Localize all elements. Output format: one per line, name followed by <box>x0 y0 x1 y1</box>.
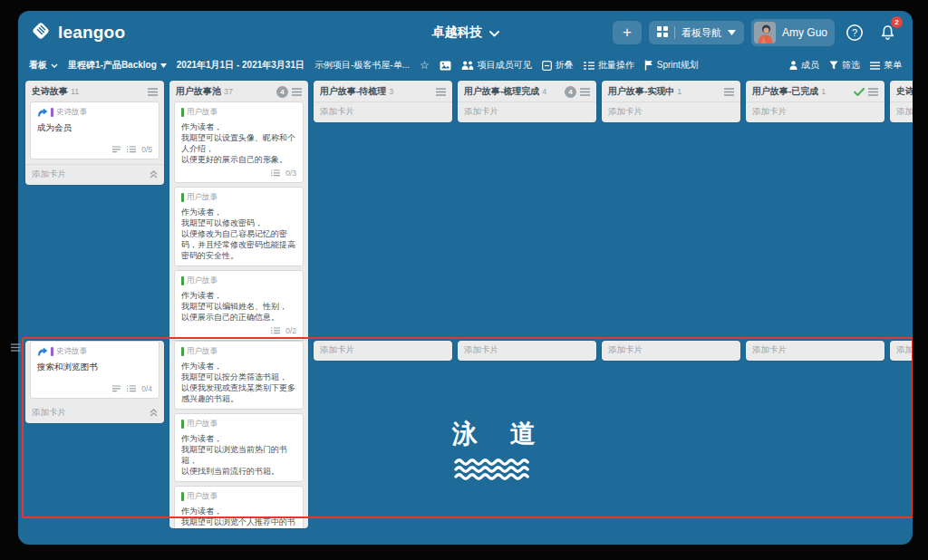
card-tag-label: 用户故事 <box>187 491 218 502</box>
backlog-lane: 史诗故事11史诗故事成为会员0/5添加卡片用户故事池374用户故事作为读者， 我… <box>25 81 913 366</box>
column-header[interactable]: 用户故事池374 <box>169 81 308 101</box>
help-button[interactable]: ? <box>842 21 867 44</box>
collapse-column-icon[interactable] <box>150 409 158 417</box>
column-title: 用户故事-待梳理 <box>320 85 386 98</box>
column-header[interactable]: 史诗故事11 <box>25 81 164 101</box>
add-card-button[interactable]: 添加卡片 <box>602 341 740 361</box>
kanban-card[interactable]: 用户故事作为读者， 我期望可以浏览当前热门的书籍， 以便找到当前流行的书籍。 <box>174 413 304 482</box>
card-tag-row: 用户故事 <box>181 346 296 357</box>
add-card-label: 添加卡片 <box>608 344 643 356</box>
topbar-actions: + 看板导航 <box>613 19 900 46</box>
kanban-card[interactable]: 用户故事作为读者， 我期望可以浏览个人推荐中的书籍， 以便找到适合我阅读的书籍。 <box>174 486 304 528</box>
flag-icon <box>644 60 653 71</box>
add-card-label: 添加卡片 <box>896 344 913 356</box>
card-description-icon <box>112 146 121 153</box>
swimlane-column: 添加卡片 <box>602 341 740 361</box>
card-list: 史诗故事搜索和浏览图书0/4 <box>25 341 164 403</box>
add-card-label: 添加卡片 <box>464 344 498 356</box>
column-header[interactable]: 用户故事-梳理完成44 <box>458 81 596 101</box>
card-title: 搜索和浏览图书 <box>37 362 152 373</box>
card-text: 作为读者， 我期望可以修改密码， 以便修改为自己容易记忆的密码，并且经常修改密码… <box>181 207 296 261</box>
column-menu-icon[interactable] <box>148 88 158 96</box>
question-icon: ? <box>846 24 864 42</box>
column-header[interactable]: 史诗故事 <box>890 81 913 101</box>
members-button[interactable]: 成员 <box>789 59 819 72</box>
user-menu-button[interactable]: Amy Guo <box>751 19 835 46</box>
card-tag-bar <box>181 420 184 429</box>
board-column: 用户故事-待梳理3添加卡片 <box>314 81 452 122</box>
column-wip-badge: 4 <box>565 86 576 98</box>
add-card-button[interactable]: 添加卡片 <box>746 101 884 122</box>
column-header-icons <box>436 88 446 96</box>
card-tag-bar <box>181 108 184 117</box>
app-window: leangoo 卓越科技 + <box>18 11 913 545</box>
add-card-label: 添加卡片 <box>752 344 787 356</box>
board-navigation-button[interactable]: 看板导航 <box>649 21 744 44</box>
kanban-card[interactable]: 用户故事作为读者， 我期望可以编辑姓名、性别， 以便展示自己的正确信息。0/2 <box>174 270 304 341</box>
column-header[interactable]: 用户故事-待梳理3 <box>314 81 452 101</box>
add-card-button[interactable]: 添加卡片 <box>25 164 164 185</box>
chevron-down-icon <box>51 63 58 68</box>
add-card-button[interactable]: 添加卡片 <box>458 101 596 122</box>
card-checklist-count: 0/4 <box>141 384 152 393</box>
board-toolbar: 看板 里程碑1-产品Backlog 2021年1月1日 - 2021年3月31日… <box>18 54 913 78</box>
favorite-star-icon[interactable]: ☆ <box>420 60 430 71</box>
card-list: 用户故事作为读者， 我期望可以设置头像、昵称和个人介绍， 以便更好的展示自己的形… <box>169 101 308 345</box>
person-icon <box>789 61 798 70</box>
sprint-planning[interactable]: Sprint规划 <box>644 59 699 72</box>
column-menu-icon[interactable] <box>292 88 302 96</box>
kanban-card[interactable]: 史诗故事搜索和浏览图书0/4 <box>30 341 160 399</box>
add-card-button[interactable]: 添加卡片 <box>314 101 452 122</box>
kanban-card[interactable]: 史诗故事成为会员0/5 <box>30 101 160 159</box>
kanban-menu[interactable]: 看板 <box>29 59 58 72</box>
column-menu-icon[interactable] <box>724 88 734 96</box>
column-menu-icon[interactable] <box>868 88 878 96</box>
column-menu-icon[interactable] <box>580 88 590 96</box>
kanban-card[interactable]: 用户故事作为读者， 我期望可以按分类筛选书籍， 以便我发现或查找某类别下更多感兴… <box>174 341 304 410</box>
project-name[interactable]: 示例项目-极客书屋-单... <box>314 59 410 72</box>
divider <box>674 26 675 39</box>
add-card-button[interactable]: 添加卡片 <box>25 403 164 423</box>
plus-icon: + <box>623 24 632 42</box>
logo-text: leangoo <box>58 23 125 43</box>
kanban-card[interactable]: 用户故事作为读者， 我期望可以设置头像、昵称和个人介绍， 以便更好的展示自己的形… <box>174 101 304 183</box>
swimlane-drag-handle[interactable] <box>11 339 21 355</box>
column-header[interactable]: 用户故事-实现中1 <box>602 81 740 101</box>
add-card-button[interactable]: 添加卡片 <box>746 341 884 361</box>
background-image-icon[interactable] <box>440 61 451 71</box>
board-title[interactable]: 卓越科技 <box>432 24 483 41</box>
add-card-button[interactable]: 添加卡片 <box>890 101 913 122</box>
card-checklist-icon <box>271 169 280 177</box>
batch-operations[interactable]: 批量操作 <box>584 59 634 72</box>
card-tag-bar <box>181 193 184 202</box>
collapse-toggle[interactable]: 折叠 <box>542 59 574 72</box>
swimlane-column: 添加卡片 <box>890 341 913 361</box>
card-tag-label: 用户故事 <box>187 275 218 286</box>
milestone-selector[interactable]: 里程碑1-产品Backlog <box>68 59 167 72</box>
filter-button[interactable]: 筛选 <box>829 59 860 72</box>
card-checklist-icon <box>127 385 136 392</box>
card-tag-label: 用户故事 <box>187 192 218 203</box>
add-card-button[interactable]: 添加卡片 <box>458 341 596 361</box>
notification-badge: 2 <box>891 16 903 28</box>
avatar <box>754 22 776 43</box>
members-visibility-toggle[interactable]: 项目成员可见 <box>461 59 532 72</box>
menu-button[interactable]: 菜单 <box>870 59 902 72</box>
column-menu-icon[interactable] <box>436 88 446 96</box>
leangoo-logo[interactable]: leangoo <box>31 21 125 44</box>
create-board-button[interactable]: + <box>613 21 642 44</box>
kanban-card[interactable]: 用户故事作为读者， 我期望可以修改密码， 以便修改为自己容易记忆的密码，并且经常… <box>174 187 304 266</box>
column-header[interactable]: 用户故事-已完成1 <box>746 81 884 101</box>
add-card-label: 添加卡片 <box>320 106 354 118</box>
card-tag-row: 用户故事 <box>181 107 296 118</box>
collapse-column-icon[interactable] <box>150 170 158 179</box>
add-card-button[interactable]: 添加卡片 <box>602 101 740 122</box>
notifications-button[interactable]: 2 <box>875 21 900 44</box>
svg-text:?: ? <box>852 27 857 38</box>
column-wip-badge: 4 <box>276 86 288 98</box>
add-card-button[interactable]: 添加卡片 <box>890 341 913 361</box>
card-tag-row: 史诗故事 <box>37 346 152 357</box>
board-navigation-label: 看板导航 <box>682 26 721 40</box>
add-card-button[interactable]: 添加卡片 <box>314 341 452 361</box>
card-checklist-icon <box>271 327 280 334</box>
